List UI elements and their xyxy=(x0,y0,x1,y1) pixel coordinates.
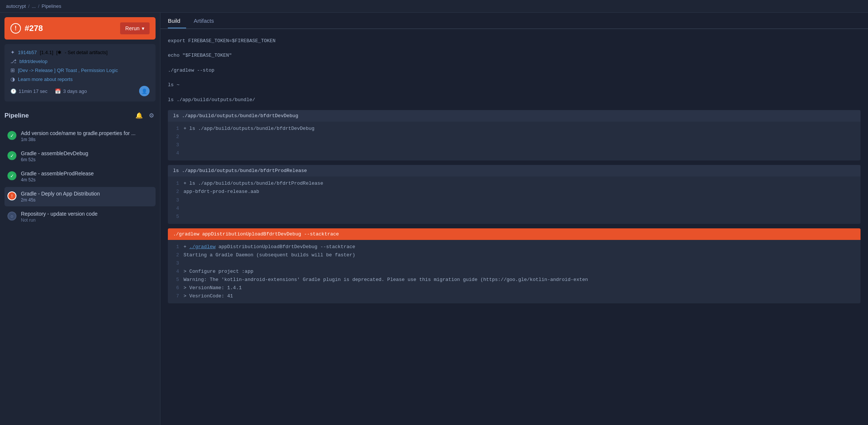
line-num: 3 xyxy=(173,196,179,204)
learn-more-link[interactable]: Learn more about reports xyxy=(18,76,73,82)
cmd-section-error: ./gradlew appDistributionUploadBfdrtDevD… xyxy=(168,228,861,304)
info-card: ✦ 1914b57 [1.4.1] [✱ - Set detail artifa… xyxy=(4,44,156,101)
step-status-icon-3: ✓ xyxy=(7,171,16,180)
cmd-export: export FIREBASE_TOKEN=$FIREBASE_TOKEN xyxy=(168,35,861,47)
cmd-body-error: 1 + ./gradlew appDistributionUploadBfdrt… xyxy=(168,240,861,304)
step-content-3: Gradle - assembleProdRelease 4m 52s xyxy=(21,171,152,182)
breadcrumb-current: Pipelines xyxy=(42,3,62,9)
cmd-line-prod-4: 4 xyxy=(173,204,855,213)
gradlew-link[interactable]: ./gradlew xyxy=(189,244,216,250)
settings-button[interactable]: ⚙ xyxy=(147,110,156,121)
line-num: 2 xyxy=(173,133,179,141)
cmd-line-devdebug-4: 4 xyxy=(173,149,855,157)
steps-list: ✓ Add version code/name to gradle.proper… xyxy=(4,126,156,226)
cmd-error-line-7: 7 > VesrionCode: 41 xyxy=(173,292,855,300)
content-area: Build Artifacts export FIREBASE_TOKEN=$F… xyxy=(160,13,868,425)
report-icon: ◑ xyxy=(10,76,15,82)
step-name-4: Gradle - Deply on App Distribution xyxy=(21,191,152,197)
step-item-4[interactable]: ! Gradle - Deply on App Distribution 2m … xyxy=(4,187,156,206)
breadcrumb: autocrypt / ... / Pipelines xyxy=(0,0,868,13)
step-icon-wrap-1: ✓ xyxy=(7,131,16,140)
step-content-2: Gradle - assembleDevDebug 6m 52s xyxy=(21,150,152,162)
line-num: 4 xyxy=(173,149,179,157)
tab-build[interactable]: Build xyxy=(168,14,186,28)
duration-text: 11min 17 sec xyxy=(19,88,47,94)
step-time-3: 4m 52s xyxy=(21,177,152,182)
cmd-line-devdebug-1: 1 + ls ./app/build/outputs/bundle/bfdrtD… xyxy=(173,125,855,133)
cmd-error-line-1: 1 + ./gradlew appDistributionUploadBfdrt… xyxy=(173,243,855,251)
rerun-chevron: ▾ xyxy=(142,25,144,31)
line-code: > VesrionCode: 41 xyxy=(184,292,233,300)
breadcrumb-sep-1: / xyxy=(28,3,29,9)
rerun-label: Rerun xyxy=(125,25,140,31)
clock-icon: 🕐 xyxy=(10,88,16,94)
line-num: 7 xyxy=(173,292,179,300)
line-num: 1 xyxy=(173,125,179,133)
line-code: > Configure project :app xyxy=(184,268,253,276)
terminal-output[interactable]: export FIREBASE_TOKEN=$FIREBASE_TOKEN ec… xyxy=(160,29,868,425)
cmd-error-line-6: 6 > VersionName: 1.4.1 xyxy=(173,284,855,292)
tab-artifacts[interactable]: Artifacts xyxy=(194,14,220,28)
line-num: 5 xyxy=(173,276,179,284)
step-status-icon-5: ○ xyxy=(7,212,16,221)
cmd-error-line-2: 2 Starting a Gradle Daemon (subsequent b… xyxy=(173,251,855,259)
rerun-button[interactable]: Rerun ▾ xyxy=(120,22,150,34)
pipeline-actions: 🔔 ⚙ xyxy=(134,110,156,121)
cmd-error-line-3: 3 xyxy=(173,259,855,268)
pipeline-header-left: ! #278 xyxy=(10,23,43,34)
step-status-icon-2: ✓ xyxy=(7,151,16,160)
commit-row: ✦ 1914b57 [1.4.1] [✱ - Set detail artifa… xyxy=(10,49,150,55)
cmd-blank2 xyxy=(168,76,861,79)
step-content-5: Repository - update version code Not run xyxy=(21,211,152,223)
step-notrun-5: Not run xyxy=(21,218,152,223)
commit-hash-link[interactable]: 1914b57 xyxy=(18,50,37,55)
line-num: 5 xyxy=(173,213,179,221)
sidebar: ! #278 Rerun ▾ ✦ 1914b57 [1.4.1] [✱ - Se… xyxy=(0,13,160,425)
cmd-blank3 xyxy=(168,91,861,94)
tabs-bar: Build Artifacts xyxy=(160,13,868,29)
step-icon-wrap-5: ○ xyxy=(7,212,16,221)
line-code: app-bfdrt-prod-release.aab xyxy=(184,188,259,196)
line-num: 2 xyxy=(173,188,179,196)
line-code: + ls ./app/build/outputs/bundle/bfdrtPro… xyxy=(184,179,323,188)
notifications-button[interactable]: 🔔 xyxy=(134,110,144,121)
step-status-icon-4: ! xyxy=(7,191,16,200)
cmd-ls-bundle: ls ./app/build/outputs/bundle/ xyxy=(168,94,861,106)
step-icon-wrap-3: ✓ xyxy=(7,171,16,180)
breadcrumb-sep-2: / xyxy=(38,3,40,9)
step-time-2: 6m 52s xyxy=(21,157,152,162)
cmd-line-prod-3: 3 xyxy=(173,196,855,204)
step-icon-wrap-2: ✓ xyxy=(7,151,16,160)
commit-version: [1.4.1] xyxy=(40,50,53,55)
step-item-3[interactable]: ✓ Gradle - assembleProdRelease 4m 52s xyxy=(4,167,156,186)
step-status-icon-1: ✓ xyxy=(7,131,16,140)
cmd-error-line-4: 4 > Configure project :app xyxy=(173,268,855,276)
cmd-echo2: echo "$FIREBASE_TOKEN" xyxy=(168,50,861,61)
step-item-5[interactable]: ○ Repository - update version code Not r… xyxy=(4,207,156,226)
branch-icon: ⎇ xyxy=(10,58,16,64)
pipeline-number: #278 xyxy=(25,24,43,33)
line-num: 3 xyxy=(173,259,179,268)
line-code: > VersionName: 1.4.1 xyxy=(184,284,242,292)
line-num: 6 xyxy=(173,284,179,292)
cmd-section-devdebug: ls ./app/build/outputs/bundle/bfdrtDevDe… xyxy=(168,110,861,160)
branch-link[interactable]: bfdrt/develop xyxy=(19,59,47,64)
line-code: Warning: The 'kotlin-android-extensions'… xyxy=(184,276,588,284)
line-num: 2 xyxy=(173,251,179,259)
cmd-stop: ./gradlew --stop xyxy=(168,65,861,76)
line-code: Starting a Gradle Daemon (subsequent bui… xyxy=(184,251,355,259)
duration-item: 🕐 11min 17 sec xyxy=(10,88,47,94)
cmd-line-devdebug-2: 2 xyxy=(173,133,855,141)
step-time-4: 2m 45s xyxy=(21,197,152,203)
cmd-error-line-5: 5 Warning: The 'kotlin-android-extension… xyxy=(173,276,855,284)
breadcrumb-autocrypt[interactable]: autocrypt xyxy=(6,3,26,9)
step-item-2[interactable]: ✓ Gradle - assembleDevDebug 6m 52s xyxy=(4,147,156,166)
step-content-4: Gradle - Deply on App Distribution 2m 45… xyxy=(21,191,152,203)
cmd-section-prodrelease: ls ./app/build/outputs/bundle/bfdrtProdR… xyxy=(168,165,861,224)
cmd-body-devdebug: 1 + ls ./app/build/outputs/bundle/bfdrtD… xyxy=(168,122,861,160)
step-item-1[interactable]: ✓ Add version code/name to gradle.proper… xyxy=(4,126,156,146)
mr-title-link[interactable]: [Dev -> Release ] QR Toast , Permission … xyxy=(18,68,118,73)
breadcrumb-dots[interactable]: ... xyxy=(32,3,36,9)
mr-icon: ⊞ xyxy=(10,67,15,73)
line-num: 4 xyxy=(173,204,179,213)
